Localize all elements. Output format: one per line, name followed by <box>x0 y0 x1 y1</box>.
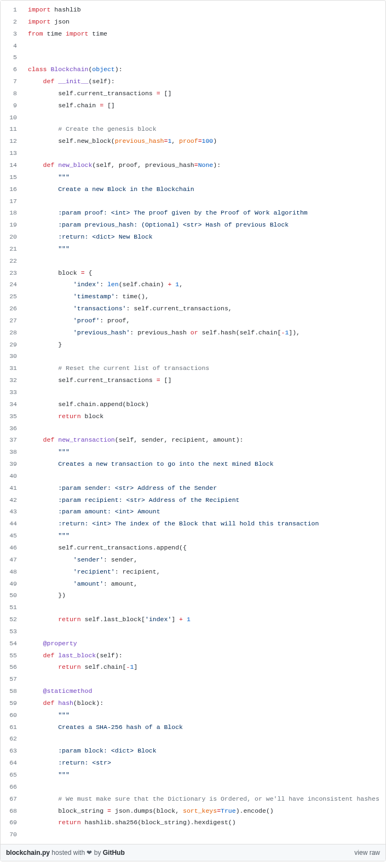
code-content[interactable]: }) <box>22 589 385 601</box>
line-number[interactable]: 19 <box>1 219 22 231</box>
line-number[interactable]: 47 <box>1 554 22 566</box>
code-content[interactable]: 'timestamp': time(), <box>22 291 385 303</box>
code-content[interactable] <box>22 626 385 638</box>
code-content[interactable]: return block <box>22 410 385 423</box>
code-content[interactable] <box>22 386 385 398</box>
code-content[interactable]: """ <box>22 769 385 781</box>
line-number[interactable]: 67 <box>1 793 22 805</box>
code-content[interactable] <box>22 829 385 844</box>
line-number[interactable]: 23 <box>1 267 22 279</box>
line-number[interactable]: 61 <box>1 721 22 733</box>
code-content[interactable]: self.chain = [] <box>22 100 385 112</box>
line-number[interactable]: 17 <box>1 195 22 207</box>
line-number[interactable]: 26 <box>1 303 22 315</box>
code-content[interactable]: # Reset the current list of transactions <box>22 362 385 374</box>
line-number[interactable]: 21 <box>1 243 22 255</box>
line-number[interactable]: 59 <box>1 697 22 709</box>
code-content[interactable]: self.current_transactions = [] <box>22 88 385 100</box>
line-number[interactable]: 64 <box>1 757 22 769</box>
code-content[interactable]: # We must make sure that the Dictionary … <box>22 793 385 805</box>
code-content[interactable]: """ <box>22 243 385 255</box>
code-content[interactable]: 'proof': proof, <box>22 315 385 327</box>
code-content[interactable]: :return: <int> The index of the Block th… <box>22 518 385 530</box>
line-number[interactable]: 60 <box>1 709 22 721</box>
line-number[interactable]: 66 <box>1 781 22 793</box>
line-number[interactable]: 35 <box>1 410 22 423</box>
line-number[interactable]: 1 <box>1 1 22 16</box>
code-content[interactable]: :param amount: <int> Amount <box>22 506 385 518</box>
line-number[interactable]: 20 <box>1 231 22 243</box>
code-content[interactable]: :param recipient: <str> Address of the R… <box>22 494 385 506</box>
line-number[interactable]: 40 <box>1 470 22 482</box>
github-link[interactable]: GitHub <box>103 849 125 857</box>
line-number[interactable]: 37 <box>1 434 22 446</box>
line-number[interactable]: 5 <box>1 51 22 63</box>
line-number[interactable]: 34 <box>1 398 22 410</box>
line-number[interactable]: 32 <box>1 374 22 386</box>
line-number[interactable]: 28 <box>1 327 22 339</box>
line-number[interactable]: 18 <box>1 207 22 219</box>
line-number[interactable]: 42 <box>1 494 22 506</box>
code-content[interactable]: return hashlib.sha256(block_string).hexd… <box>22 817 385 829</box>
code-content[interactable]: :return: <dict> New Block <box>22 231 385 243</box>
code-content[interactable] <box>22 781 385 793</box>
line-number[interactable]: 14 <box>1 159 22 171</box>
code-content[interactable]: :param previous_hash: (Optional) <str> H… <box>22 219 385 231</box>
line-number[interactable]: 15 <box>1 171 22 183</box>
line-number[interactable]: 4 <box>1 40 22 52</box>
line-number[interactable]: 57 <box>1 673 22 685</box>
line-number[interactable]: 39 <box>1 458 22 470</box>
line-number[interactable]: 49 <box>1 578 22 590</box>
code-content[interactable]: :param sender: <str> Address of the Send… <box>22 482 385 494</box>
line-number[interactable]: 6 <box>1 63 22 76</box>
code-content[interactable] <box>22 350 385 362</box>
line-number[interactable]: 9 <box>1 100 22 112</box>
code-content[interactable]: import hashlib <box>22 1 385 16</box>
code-content[interactable]: :param proof: <int> The proof given by t… <box>22 207 385 219</box>
code-content[interactable] <box>22 733 385 745</box>
code-content[interactable] <box>22 470 385 482</box>
code-content[interactable]: self.current_transactions = [] <box>22 374 385 386</box>
line-number[interactable]: 70 <box>1 829 22 844</box>
code-content[interactable] <box>22 40 385 52</box>
code-content[interactable] <box>22 673 385 685</box>
line-number[interactable]: 51 <box>1 601 22 614</box>
code-content[interactable]: """ <box>22 530 385 542</box>
code-content[interactable]: def new_block(self, proof, previous_hash… <box>22 159 385 171</box>
code-content[interactable]: def __init__(self): <box>22 76 385 88</box>
line-number[interactable]: 16 <box>1 183 22 195</box>
line-number[interactable]: 65 <box>1 769 22 781</box>
line-number[interactable]: 29 <box>1 339 22 351</box>
code-content[interactable]: @staticmethod <box>22 685 385 697</box>
line-number[interactable]: 10 <box>1 112 22 124</box>
line-number[interactable]: 45 <box>1 530 22 542</box>
line-number[interactable]: 38 <box>1 446 22 458</box>
line-number[interactable]: 36 <box>1 423 22 435</box>
code-content[interactable]: def new_transaction(self, sender, recipi… <box>22 434 385 446</box>
line-number[interactable]: 22 <box>1 255 22 267</box>
line-number[interactable]: 50 <box>1 589 22 601</box>
line-number[interactable]: 25 <box>1 291 22 303</box>
code-content[interactable]: from time import time <box>22 28 385 40</box>
code-content[interactable]: } <box>22 339 385 351</box>
code-content[interactable]: """ <box>22 171 385 183</box>
line-number[interactable]: 63 <box>1 745 22 757</box>
line-number[interactable]: 62 <box>1 733 22 745</box>
line-number[interactable]: 69 <box>1 817 22 829</box>
line-number[interactable]: 12 <box>1 135 22 147</box>
code-content[interactable]: 'recipient': recipient, <box>22 566 385 578</box>
line-number[interactable]: 56 <box>1 661 22 673</box>
line-number[interactable]: 11 <box>1 123 22 135</box>
code-content[interactable]: return self.chain[-1] <box>22 661 385 673</box>
code-content[interactable]: def hash(block): <box>22 697 385 709</box>
line-number[interactable]: 2 <box>1 16 22 28</box>
line-number[interactable]: 55 <box>1 650 22 662</box>
code-content[interactable]: """ <box>22 709 385 721</box>
line-number[interactable]: 3 <box>1 28 22 40</box>
code-content[interactable] <box>22 51 385 63</box>
code-content[interactable]: 'previous_hash': previous_hash or self.h… <box>22 327 385 339</box>
line-number[interactable]: 33 <box>1 386 22 398</box>
code-content[interactable] <box>22 601 385 614</box>
line-number[interactable]: 48 <box>1 566 22 578</box>
line-number[interactable]: 7 <box>1 76 22 88</box>
